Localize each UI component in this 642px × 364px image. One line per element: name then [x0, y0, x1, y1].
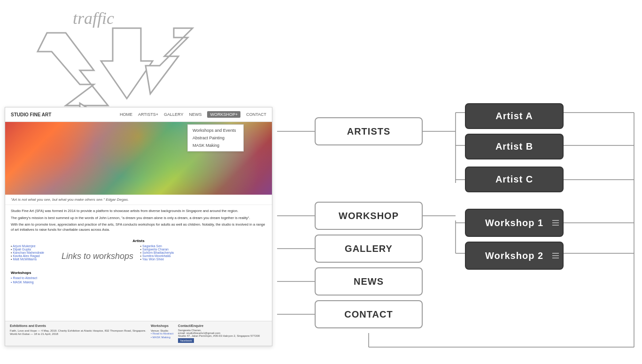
dropdown-item-workshops[interactable]: Workshops and Events — [188, 127, 243, 134]
links-to-workshops-label: Links to workshops — [62, 251, 133, 261]
svg-marker-1 — [101, 28, 153, 99]
footer-workshops: Workshops Venue: Studio • Road to Abstra… — [151, 324, 173, 343]
artist-10[interactable]: Yau Won Shee — [140, 258, 267, 261]
dropdown-item-mask[interactable]: MASK Making — [188, 142, 243, 149]
nav-gallery[interactable]: GALLERY — [164, 112, 183, 117]
mockup-quote: "Art is not what you see, but what you m… — [5, 195, 272, 205]
workshops-header: Workshops — [11, 271, 37, 275]
artists-header: Artists — [11, 239, 266, 243]
para-2: The gallery's mission is best summed up … — [11, 216, 266, 221]
nav-artists[interactable]: ARTISTS+ — [138, 112, 158, 117]
para-1: Studio Fine Art (SFA) was formed in 2014… — [11, 209, 266, 214]
nav-workshop[interactable]: WORKSHOP+ — [207, 111, 240, 118]
artist-1[interactable]: Arjuni Mukerjee — [11, 244, 137, 248]
footer-exhibitions: Exhibitions and Events Faith, Love and H… — [10, 324, 146, 343]
sitemap-gallery-node[interactable]: GALLERY — [315, 235, 423, 263]
nav-news[interactable]: NEWS — [189, 112, 201, 117]
traffic-arrows — [19, 23, 244, 117]
footer-workshop-link-2[interactable]: • MASK Making — [151, 336, 173, 339]
artist-9[interactable]: Sumitra Moorkhalia — [140, 254, 267, 258]
footer-contact: Contact/Enquire Sangweta Charan, email: … — [178, 324, 260, 343]
nav-home[interactable]: HOME — [120, 112, 132, 117]
svg-marker-0 — [38, 33, 108, 106]
sitemap-workshop-node[interactable]: WORKSHOP — [315, 202, 423, 230]
menu-icon-2 — [552, 253, 559, 258]
sitemap-news-node[interactable]: NEWS — [315, 267, 423, 296]
mockup-content: Studio Fine Art (SFA) was formed in 2014… — [5, 205, 272, 238]
sitemap-workshop-2-node[interactable]: Workshop 2 — [465, 242, 564, 270]
mockup-artists: Artists Arjuni Mukerjee Dipali Gupta Kan… — [5, 238, 272, 264]
sitemap-workshop-1-node[interactable]: Workshop 1 — [465, 209, 564, 237]
workshop-link-1[interactable]: • Road to Abstract — [11, 276, 37, 280]
footer-event-2: World Art Dubai — 18 to 21 April, 2018 — [10, 333, 58, 335]
footer-workshop-link-1[interactable]: • Road to Abstract — [151, 332, 173, 335]
mockup-workshops: Workshops • Road to Abstract • MASK Maki… — [11, 271, 37, 285]
artist-7[interactable]: Sangweta Charan — [140, 248, 267, 251]
sitemap-artists-node[interactable]: ARTISTS — [315, 117, 423, 145]
dropdown-menu: Workshops and Events Abstract Painting M… — [187, 124, 244, 152]
website-mockup: STUDIO FINE ART HOME ARTISTS+ GALLERY NE… — [5, 107, 272, 346]
footer-exhibitions-title: Exhibitions and Events — [10, 324, 146, 327]
site-title: STUDIO FINE ART — [11, 112, 51, 117]
artist-8[interactable]: Sohom Bhattacheryia — [140, 251, 267, 254]
artists-list: Arjuni Mukerjee Dipali Gupta Kanchan Mah… — [11, 244, 266, 261]
sitemap-contact-node[interactable]: CONTACT — [315, 300, 423, 328]
mockup-footer: Exhibitions and Events Faith, Love and H… — [5, 321, 272, 346]
facebook-button[interactable]: facebook — [178, 338, 194, 343]
sitemap-artist-b-node[interactable]: Artist B — [465, 134, 564, 159]
para-3: With the aim to promote love, appreciati… — [11, 222, 266, 232]
footer-event-1: Faith, Love and Hope — 4 May, 2019. Char… — [10, 329, 146, 332]
artist-6[interactable]: Sagarika Sen — [140, 244, 267, 248]
sitemap-diagram: ARTISTS WORKSHOP GALLERY NEWS CONTACT Ar… — [272, 103, 639, 352]
footer-contact-title: Contact/Enquire — [178, 324, 260, 327]
menu-icon — [552, 220, 559, 226]
mockup-nav: STUDIO FINE ART HOME ARTISTS+ GALLERY NE… — [5, 107, 272, 122]
nav-items: HOME ARTISTS+ GALLERY NEWS WORKSHOP+ CON… — [120, 111, 266, 118]
nav-contact[interactable]: CONTACT — [246, 112, 266, 117]
sitemap-artist-c-node[interactable]: Artist C — [465, 167, 564, 192]
footer-contact-address: Studio 47, Jalan Pemimpin, #06-03 Halcyo… — [178, 334, 260, 337]
artist-2[interactable]: Dipali Gupta — [11, 248, 137, 251]
sitemap-artist-a-node[interactable]: Artist A — [465, 103, 564, 129]
dropdown-item-abstract[interactable]: Abstract Painting — [188, 134, 243, 142]
footer-workshops-title: Workshops — [151, 324, 173, 327]
workshop-link-2[interactable]: • MASK Making — [11, 281, 37, 284]
